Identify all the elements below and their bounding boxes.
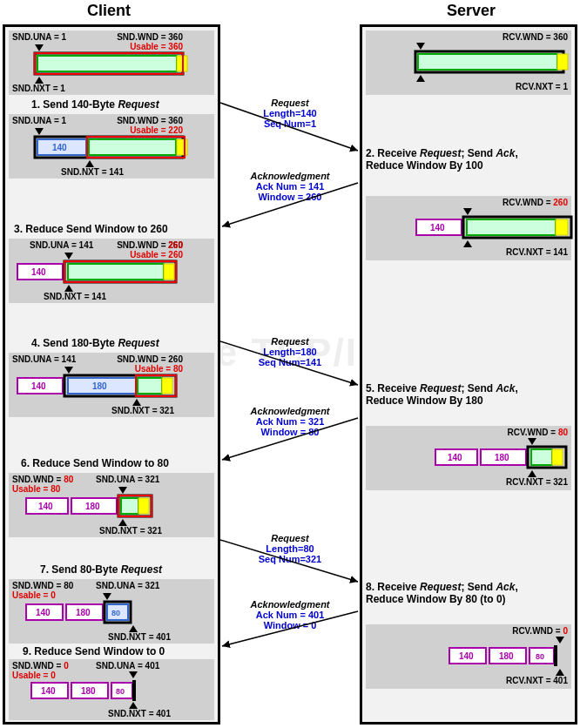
snd-una-label: SND.UNA = 321 <box>96 475 159 484</box>
svg-text:140: 140 <box>41 686 56 696</box>
svg-text:180: 180 <box>92 381 107 391</box>
svg-text:180: 180 <box>499 651 514 661</box>
step-5-label: 5. Receive Request; Send Ack, Reduce Win… <box>366 382 518 407</box>
step-4-label: 4. Send 180-Byte Request <box>31 337 159 349</box>
pointer-icon <box>118 519 127 526</box>
rcv-nxt-label: RCV.NXT = 141 <box>506 247 568 257</box>
usable-label: Usable = 260 <box>130 250 183 260</box>
window-bar: 140 <box>33 135 190 161</box>
snd-nxt-label: SND.NXT = 321 <box>111 406 174 415</box>
pointer-icon <box>64 253 73 260</box>
pointer-icon <box>528 438 536 445</box>
svg-text:180: 180 <box>85 502 100 511</box>
window-bar: 140 <box>415 215 576 241</box>
window-bar: 140 180 80 <box>24 600 164 626</box>
svg-rect-22 <box>162 378 172 394</box>
usable-label: Usable = 80 <box>135 364 183 374</box>
snd-wnd-label: SND.WND = 360 <box>117 116 183 125</box>
svg-rect-29 <box>121 498 138 514</box>
client-column: SND.UNA = 1 SND.WND = 360 Usable = 360 S… <box>3 24 220 725</box>
window-bar: 140 180 80 <box>30 678 169 704</box>
arrow-ack-1 <box>220 183 360 231</box>
server-panel-1: RCV.WND = 360 RCV.NXT = 1 <box>366 30 571 95</box>
snd-una-label: SND.UNA = 141 <box>12 354 76 364</box>
svg-rect-47 <box>418 54 557 70</box>
svg-line-70 <box>220 341 358 385</box>
pointer-icon <box>556 669 564 676</box>
window-bar: 140 180 <box>24 494 181 520</box>
pointer-icon <box>463 240 472 247</box>
rcv-wnd-label: RCV.WND = 260 <box>502 198 568 207</box>
snd-nxt-label: SND.NXT = 401 <box>108 709 171 718</box>
svg-rect-60 <box>552 449 563 465</box>
svg-line-72 <box>220 540 358 582</box>
snd-wnd-label: SND.WND = 80 <box>12 475 73 484</box>
step-8-label: 8. Receive Request; Send Ack, Reduce Win… <box>366 581 518 605</box>
diagram-container: The TCP/IP Guide Client Server SND.UNA =… <box>0 0 580 728</box>
snd-una-label: SND.UNA = 401 <box>96 661 159 671</box>
server-column: RCV.WND = 360 RCV.NXT = 1 2. Receive Req… <box>360 24 577 725</box>
pointer-icon <box>463 208 472 215</box>
rcv-wnd-label: RCV.WND = 360 <box>502 32 568 42</box>
pointer-icon <box>132 399 141 406</box>
pointer-icon <box>103 593 111 600</box>
svg-text:140: 140 <box>31 267 46 277</box>
step-6-label: 6. Reduce Send Window to 80 <box>21 457 169 469</box>
svg-rect-14 <box>164 264 174 280</box>
pointer-icon <box>129 625 138 632</box>
pointer-icon <box>416 75 425 82</box>
svg-text:140: 140 <box>31 381 46 391</box>
svg-text:140: 140 <box>448 453 462 462</box>
usable-label: Usable = 360 <box>130 42 183 51</box>
window-bar: 140 180 80 <box>448 644 578 670</box>
pointer-icon <box>35 77 44 84</box>
window-bar <box>414 50 575 76</box>
rcv-wnd-label: RCV.WND = 0 <box>512 626 568 636</box>
rcv-nxt-label: RCV.NXT = 401 <box>506 676 568 685</box>
arrow-req-2 <box>220 341 360 389</box>
window-bar <box>33 51 190 78</box>
pointer-icon <box>35 128 44 135</box>
svg-line-68 <box>220 103 358 151</box>
snd-nxt-label: SND.NXT = 401 <box>108 632 171 642</box>
svg-line-73 <box>222 611 358 646</box>
server-panel-3: RCV.WND = 80 140 180 RCV.NXT = 321 <box>366 426 571 490</box>
pointer-icon <box>35 44 44 51</box>
svg-text:140: 140 <box>38 502 53 511</box>
server-panel-4: RCV.WND = 0 140 180 80 RCV.NXT = 401 <box>366 624 571 689</box>
client-panel-7: SND.WND = 0 Usable = 0 SND.UNA = 401 140… <box>9 659 214 720</box>
usable-label: Usable = 0 <box>12 590 56 600</box>
rcv-nxt-label: RCV.NXT = 321 <box>506 477 568 487</box>
window-bar: 140 <box>16 260 190 286</box>
arrow-req-1 <box>220 103 360 155</box>
pointer-icon <box>64 285 73 292</box>
step-3-label: 3. Reduce Send Window to 260 <box>14 223 168 235</box>
snd-wnd-label: SND.WND = 260 <box>117 354 183 364</box>
svg-text:140: 140 <box>52 143 67 152</box>
pointer-icon <box>556 637 564 644</box>
window-bar: 140 180 <box>434 445 573 471</box>
usable-label: Usable = 80 <box>12 484 60 494</box>
client-panel-2: SND.UNA = 1 SND.WND = 360 Usable = 220 1… <box>9 114 214 179</box>
rcv-nxt-label: RCV.NXT = 1 <box>516 82 568 91</box>
svg-text:180: 180 <box>76 608 91 617</box>
window-bar: 140 180 <box>16 374 190 400</box>
snd-nxt-label: SND.NXT = 1 <box>12 84 65 93</box>
svg-rect-8 <box>177 139 187 155</box>
svg-rect-21 <box>138 378 162 394</box>
svg-text:80: 80 <box>536 652 544 661</box>
snd-wnd-label: SND.WND = 360 <box>117 32 183 42</box>
svg-rect-59 <box>531 449 552 465</box>
svg-rect-52 <box>467 219 556 235</box>
client-header: Client <box>0 2 218 20</box>
svg-text:140: 140 <box>459 651 474 661</box>
arrow-ack-3 <box>220 611 360 650</box>
snd-wnd-label: SND.WND = 0 <box>12 661 69 671</box>
usable-label: Usable = 220 <box>130 125 183 135</box>
svg-rect-30 <box>138 498 149 514</box>
arrow-ack-2 <box>220 418 360 466</box>
pointer-icon <box>118 487 127 494</box>
client-panel-4: SND.UNA = 141 SND.WND = 260 Usable = 80 … <box>9 353 214 417</box>
svg-text:180: 180 <box>495 453 509 462</box>
client-panel-1: SND.UNA = 1 SND.WND = 360 Usable = 360 S… <box>9 30 214 95</box>
